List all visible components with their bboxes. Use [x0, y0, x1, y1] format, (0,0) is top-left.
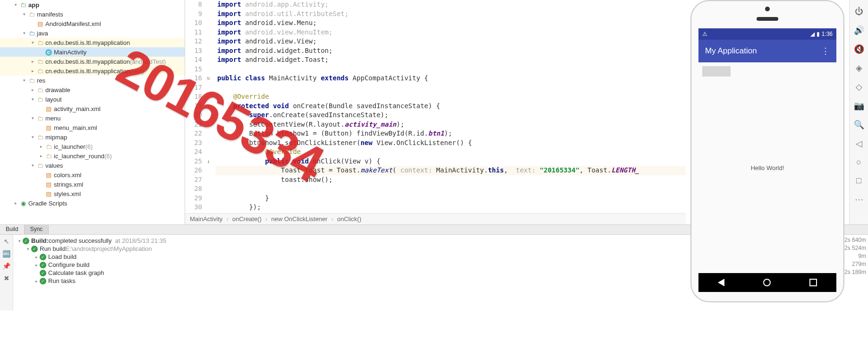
tree-label: values — [45, 162, 63, 169]
emu-tool-button[interactable]: 🔇 — [854, 44, 864, 54]
tree-item[interactable]: ▾🗀manifests — [0, 9, 185, 19]
app-bar: My Application ⋮ — [698, 40, 836, 62]
nav-recent-icon[interactable] — [809, 279, 817, 286]
tree-item[interactable]: ▾🗀res — [0, 76, 185, 85]
chevron-icon[interactable]: ▾ — [29, 97, 36, 102]
phone-screen[interactable]: ⚠ ◢ ▮ 1:36 My Application ⋮ Hello World! — [698, 28, 836, 292]
tree-label: cn.edu.besti.is.ltl.myapplication — [45, 68, 130, 75]
emu-tool-button[interactable]: 📷 — [854, 101, 864, 111]
android-navbar[interactable] — [698, 273, 836, 292]
chevron-icon[interactable]: ▾ — [21, 78, 27, 83]
tree-label: strings.xml — [54, 181, 83, 188]
emu-tool-button[interactable]: ◁ — [856, 138, 862, 149]
tree-item[interactable]: ▧AndroidManifest.xml — [0, 19, 185, 28]
bottom-tab[interactable]: Build — [0, 225, 25, 234]
emu-tool-button[interactable]: ⏻ — [855, 7, 863, 17]
chevron-icon[interactable]: ▾ — [12, 2, 19, 7]
chevron-icon[interactable]: ▸ — [29, 59, 36, 64]
emu-tool-button[interactable]: □ — [856, 176, 861, 186]
chevron-icon[interactable]: ▸ — [29, 69, 36, 73]
chevron-icon[interactable]: ▸ — [38, 154, 44, 158]
marker-column: ⇆↑↓ — [206, 0, 215, 213]
tree-item[interactable]: ▸🗀ic_launcher_round (6) — [0, 151, 185, 161]
chevron-icon[interactable]: ▾ — [21, 12, 27, 17]
signal-icon: ◢ — [810, 31, 815, 37]
tree-item[interactable]: ▧menu_main.xml — [0, 123, 185, 132]
grey-button[interactable] — [702, 66, 731, 77]
tree-item[interactable]: CMainActivity — [0, 47, 185, 57]
warning-icon: ⚠ — [702, 31, 707, 37]
project-tree[interactable]: ▾🗀app▾🗀manifests▧AndroidManifest.xml▾🗀ja… — [0, 0, 185, 224]
speaker-icon — [757, 17, 778, 21]
breadcrumb-item[interactable]: onClick() — [337, 215, 361, 223]
tree-item[interactable]: ▧styles.xml — [0, 189, 185, 198]
app-body[interactable]: Hello World! — [698, 62, 836, 273]
tree-label: cn.edu.besti.is.ltl.myapplication — [45, 58, 130, 65]
emulator-panel: ⚠ ◢ ▮ 1:36 My Application ⋮ Hello World! — [686, 0, 849, 224]
tree-item[interactable]: ▾🗀layout — [0, 94, 185, 104]
clock-text: 1:36 — [822, 31, 833, 37]
chevron-icon[interactable]: ▸ — [29, 87, 36, 92]
tree-label: res — [37, 77, 45, 84]
emu-tool-button[interactable]: ◈ — [856, 63, 862, 73]
breadcrumb-item[interactable]: new OnClickListener — [271, 215, 327, 223]
build-tool-column[interactable]: ↖🔤📌✖ — [0, 235, 13, 310]
app-title: My Application — [705, 46, 757, 56]
tree-label: ic_launcher — [54, 143, 85, 150]
nav-home-icon[interactable] — [763, 279, 771, 286]
chevron-icon[interactable]: ▸ — [12, 201, 19, 206]
build-tool-button[interactable]: 🔤 — [2, 250, 10, 257]
tree-item[interactable]: ▸🗀ic_launcher (6) — [0, 142, 185, 151]
tree-item[interactable]: ▸🗀drawable — [0, 85, 185, 94]
tree-item[interactable]: ▾🗀values — [0, 161, 185, 170]
chevron-icon[interactable]: ▾ — [29, 116, 36, 120]
tree-item[interactable]: ▾🗀cn.edu.besti.is.ltl.myapplication — [0, 38, 185, 47]
tree-label: colors.xml — [54, 171, 82, 179]
build-tool-button[interactable]: ✖ — [4, 274, 9, 282]
chevron-icon[interactable]: ▾ — [21, 31, 27, 35]
chevron-icon[interactable]: ▾ — [29, 163, 36, 168]
emu-tool-button[interactable]: 🔊 — [854, 25, 864, 35]
code-editor[interactable]: 8910111213141516171819202122232425262728… — [185, 0, 686, 224]
tree-item[interactable]: ▧colors.xml — [0, 170, 185, 180]
tree-item[interactable]: ▾🗀app — [0, 0, 185, 9]
tree-label: menu — [45, 115, 61, 122]
tree-tail: (6) — [104, 153, 112, 160]
tree-label: layout — [45, 96, 62, 103]
tree-item[interactable]: ▾🗀menu — [0, 113, 185, 123]
build-tool-button[interactable]: ↖ — [4, 238, 9, 245]
emulator-toolbar[interactable]: ⏻🔊🔇◈◇📷🔍◁○□⋯ — [849, 0, 868, 224]
tree-item[interactable]: ▸🗀cn.edu.besti.is.ltl.myapplication (tes… — [0, 66, 185, 76]
code-body[interactable]: import android.app.Activity;import andro… — [215, 0, 686, 213]
tree-item[interactable]: ▸🗀cn.edu.besti.is.ltl.myapplication (and… — [0, 57, 185, 66]
emu-tool-button[interactable]: 🔍 — [854, 120, 864, 130]
status-bar: ⚠ ◢ ▮ 1:36 — [698, 28, 836, 40]
chevron-icon[interactable]: ▾ — [29, 135, 36, 139]
tree-item[interactable]: ▸◉Gradle Scripts — [0, 198, 185, 208]
breadcrumb-item[interactable]: onCreate() — [232, 215, 262, 223]
tree-label: MainActivity — [54, 49, 86, 56]
build-tool-button[interactable]: 📌 — [2, 262, 10, 270]
tree-label: menu_main.xml — [54, 124, 97, 131]
tree-item[interactable]: ▧strings.xml — [0, 180, 185, 189]
bottom-tab[interactable]: Sync — [25, 225, 49, 234]
hello-text: Hello World! — [751, 164, 784, 171]
emu-tool-button[interactable]: ○ — [856, 157, 861, 167]
overflow-menu-icon[interactable]: ⋮ — [821, 46, 830, 56]
tree-item[interactable]: ▧activity_main.xml — [0, 104, 185, 113]
chevron-icon[interactable]: ▸ — [38, 144, 44, 149]
emu-tool-button[interactable]: ⋯ — [855, 194, 863, 205]
tree-label: styles.xml — [54, 190, 81, 197]
breadcrumb-item[interactable]: MainActivity — [190, 215, 222, 223]
tree-item[interactable]: ▾🗀java — [0, 28, 185, 38]
phone-frame: ⚠ ◢ ▮ 1:36 My Application ⋮ Hello World! — [690, 0, 844, 302]
emu-tool-button[interactable]: ◇ — [856, 82, 862, 92]
breadcrumb[interactable]: MainActivity›onCreate()›new OnClickListe… — [185, 213, 686, 224]
tree-label: app — [28, 1, 39, 9]
tree-label: ic_launcher_round — [54, 153, 104, 160]
nav-back-icon[interactable] — [718, 279, 724, 286]
tree-item[interactable]: ▾🗀mipmap — [0, 132, 185, 142]
chevron-icon[interactable]: ▾ — [29, 40, 36, 45]
tree-label: Gradle Scripts — [28, 200, 67, 207]
tree-label: mipmap — [45, 134, 67, 141]
